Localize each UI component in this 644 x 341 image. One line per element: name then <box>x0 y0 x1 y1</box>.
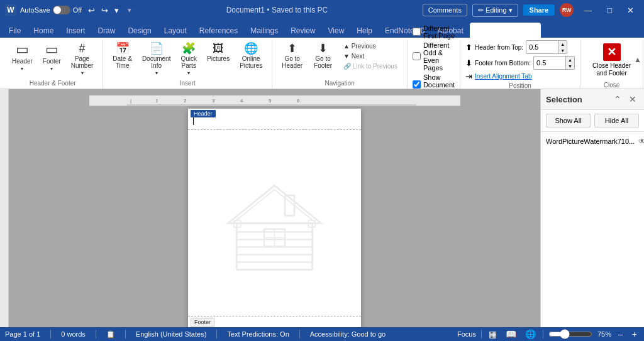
status-divider-1 <box>50 330 51 338</box>
svg-text:6: 6 <box>297 98 300 104</box>
svg-marker-9 <box>228 185 321 223</box>
share-button[interactable]: Share <box>523 4 555 16</box>
selection-panel-header: Selection ⌃ ✕ <box>541 89 644 110</box>
footer-button[interactable]: ▭ Footer ▾ <box>38 40 65 74</box>
go-to-header-icon: ⬆ <box>287 43 297 54</box>
online-pictures-button[interactable]: 🌐 OnlinePictures <box>235 40 267 72</box>
show-all-button[interactable]: Show All <box>546 114 591 127</box>
quick-parts-button[interactable]: 🧩 QuickParts ▾ <box>176 40 201 78</box>
editing-button[interactable]: ✏ Editing ▾ <box>472 4 518 17</box>
close-header-footer-button[interactable]: ✕ Close Headerand Footer <box>586 40 638 80</box>
go-to-footer-icon: ⬇ <box>318 43 328 54</box>
footer-from-bottom-label: Footer from Bottom: <box>475 60 531 67</box>
restore-button[interactable]: □ <box>602 4 617 16</box>
next-button[interactable]: ▼ Next <box>339 51 402 61</box>
diff-first-label: Different First Page <box>423 24 455 40</box>
selection-close-button[interactable]: ✕ <box>626 93 639 106</box>
read-mode-view[interactable]: 📖 <box>504 329 518 339</box>
insert-group: 📅 Date &Time 📄 DocumentInfo ▾ 🧩 QuickPar… <box>103 40 272 89</box>
comments-button[interactable]: Comments <box>423 4 467 16</box>
tab-insert[interactable]: Insert <box>60 24 91 38</box>
selection-panel: Selection ⌃ ✕ Show All Hide All WordPict… <box>540 89 644 327</box>
svg-text:5: 5 <box>269 98 272 104</box>
navigation-group: ⬆ Go toHeader ⬇ Go toFooter ▲ Previous ▼… <box>272 40 408 89</box>
navigation-buttons: ⬆ Go toHeader ⬇ Go toFooter ▲ Previous ▼… <box>277 40 402 78</box>
tab-design[interactable]: Design <box>121 24 157 38</box>
go-to-header-button[interactable]: ⬆ Go toHeader <box>277 40 307 72</box>
zoom-in-button[interactable]: + <box>630 329 639 339</box>
header-top-spin-down[interactable]: ▼ <box>558 47 567 53</box>
page-number-label: PageNumber <box>71 55 94 69</box>
undo-button[interactable]: ↩ <box>86 4 97 16</box>
autosave-toggle[interactable] <box>53 6 70 14</box>
svg-text:2: 2 <box>184 98 187 104</box>
insert-alignment-button[interactable]: Insert Alignment Tab <box>475 73 531 80</box>
footer-icon: ▭ <box>45 43 58 57</box>
close-button[interactable]: ✕ <box>622 4 639 16</box>
hide-all-button[interactable]: Hide All <box>594 114 639 127</box>
page-number-button[interactable]: # PageNumber ▾ <box>67 40 98 78</box>
visibility-toggle-icon[interactable]: 👁 <box>638 137 644 146</box>
footer-from-bottom-input[interactable] <box>534 58 565 67</box>
redo-button[interactable]: ↪ <box>99 4 111 16</box>
diff-first-checkbox[interactable] <box>413 28 421 36</box>
user-avatar: RW <box>560 3 574 17</box>
print-layout-view[interactable]: ▦ <box>487 329 499 339</box>
tab-mailings[interactable]: Mailings <box>244 24 284 38</box>
tab-references[interactable]: References <box>193 24 244 38</box>
header-top-spin-up[interactable]: ▲ <box>558 41 567 47</box>
autosave-label: AutoSave <box>20 6 50 14</box>
svg-text:|: | <box>130 98 131 104</box>
tab-help[interactable]: Help <box>350 24 379 38</box>
autosave-state: Off <box>73 6 82 14</box>
tab-view[interactable]: View <box>322 24 351 38</box>
document-header[interactable]: Header <box>188 109 361 130</box>
tab-review[interactable]: Review <box>284 24 321 38</box>
footer-label: Footer <box>43 58 61 65</box>
minimize-button[interactable]: — <box>579 4 597 16</box>
status-divider-5 <box>299 330 300 338</box>
go-to-footer-button[interactable]: ⬇ Go toFooter <box>309 40 336 72</box>
show-doc-text-checkbox[interactable] <box>413 80 421 89</box>
header-button[interactable]: ▭ Header ▾ <box>8 40 37 74</box>
selection-item: WordPictureWatermark710... 👁 <box>546 134 639 148</box>
undo-redo-group: ↩ ↪ ▾ <box>86 4 121 16</box>
selection-collapse-button[interactable]: ⌃ <box>611 93 624 106</box>
collapse-ribbon-button[interactable]: ▲ <box>634 55 641 64</box>
diff-odd-even-label: Different Odd & Even Pages <box>423 41 455 72</box>
diff-odd-even-checkbox[interactable] <box>413 52 421 60</box>
tab-file[interactable]: File <box>3 24 27 38</box>
header-label: Header <box>12 58 33 65</box>
footer-bottom-spin-up[interactable]: ▲ <box>565 57 574 63</box>
customize-qat[interactable]: ▾ <box>128 6 131 14</box>
tab-home[interactable]: Home <box>27 24 60 38</box>
cabin-watermark <box>216 165 333 281</box>
svg-text:3: 3 <box>212 98 215 104</box>
zoom-slider[interactable] <box>548 329 592 339</box>
date-time-button[interactable]: 📅 Date &Time <box>108 40 136 72</box>
document-area[interactable]: | 1 2 3 4 5 6 Header <box>9 89 540 327</box>
cursor <box>193 117 356 127</box>
position-group: ⬆ Header from Top: ▲ ▼ ⬇ Footer from Bot… <box>460 40 580 89</box>
date-time-icon: 📅 <box>116 43 130 54</box>
tab-layout[interactable]: Layout <box>158 24 193 38</box>
header-from-top-input[interactable] <box>526 43 558 51</box>
accessibility: Accessibility: Good to go <box>310 330 386 338</box>
web-layout-view[interactable]: 🌐 <box>523 329 538 339</box>
doc-info-button[interactable]: 📄 DocumentInfo ▾ <box>138 40 175 78</box>
footer-bottom-spin-down[interactable]: ▼ <box>565 63 574 69</box>
tab-draw[interactable]: Draw <box>91 24 121 38</box>
zoom-out-button[interactable]: – <box>616 329 625 339</box>
link-to-previous-button[interactable]: 🔗 Link to Previous <box>339 62 402 71</box>
header-footer-buttons: ▭ Header ▾ ▭ Footer ▾ # PageNumber ▾ <box>8 40 97 78</box>
previous-button[interactable]: ▲ Previous <box>339 41 402 51</box>
pictures-button[interactable]: 🖼 Pictures <box>203 40 234 65</box>
header-tag: Header <box>191 110 216 117</box>
document-body[interactable] <box>188 130 361 316</box>
tab-header-footer[interactable]: Header & Footer <box>470 23 541 38</box>
user-info: RW <box>560 3 574 17</box>
document-footer[interactable]: Footer <box>188 316 361 327</box>
undo-dropdown[interactable]: ▾ <box>112 4 121 16</box>
zoom-level: 75% <box>597 330 611 338</box>
close-header-footer-label: Close Headerand Footer <box>592 62 631 77</box>
